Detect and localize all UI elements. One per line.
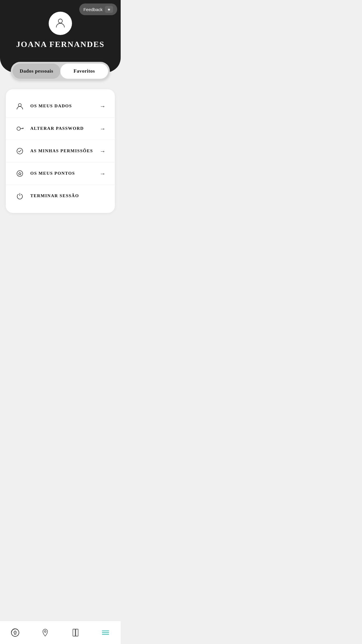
svg-point-1: [18, 104, 21, 106]
svg-marker-8: [18, 172, 21, 175]
menu-label-change-password: ALTERAR PASSWORD: [30, 126, 100, 132]
user-avatar-icon: [55, 17, 66, 30]
menu-label-logout: TERMINAR SESSÃO: [30, 193, 106, 199]
star-circle-icon: [15, 169, 24, 178]
menu-card: OS MEUS DADOS → ALTERAR PASSWORD →: [6, 89, 115, 213]
user-name: JOANA FERNANDES: [16, 40, 104, 49]
check-circle-icon: [15, 146, 24, 156]
menu-item-my-data[interactable]: OS MEUS DADOS →: [6, 95, 115, 118]
arrow-change-password: →: [100, 125, 106, 132]
feedback-button[interactable]: Feedback: [79, 4, 117, 15]
menu-label-my-points: OS MEUS PONTOS: [30, 171, 100, 176]
feedback-icon: [105, 6, 113, 13]
key-icon: [15, 124, 24, 133]
arrow-permissions: →: [100, 148, 106, 155]
feedback-label: Feedback: [83, 7, 103, 12]
power-icon: [15, 191, 24, 201]
tab-switcher-wrapper: Dados pessoais Favoritos: [0, 62, 121, 80]
svg-point-7: [17, 171, 23, 176]
menu-item-change-password[interactable]: ALTERAR PASSWORD →: [6, 118, 115, 140]
tab-favoritos[interactable]: Favoritos: [60, 64, 108, 79]
menu-item-logout[interactable]: TERMINAR SESSÃO: [6, 185, 115, 207]
avatar: [49, 12, 72, 35]
tab-dados-pessoais[interactable]: Dados pessoais: [13, 64, 60, 79]
arrow-my-data: →: [100, 103, 106, 110]
svg-point-0: [58, 19, 62, 23]
menu-item-permissions[interactable]: AS MINHAS PERMISSÕES →: [6, 140, 115, 162]
main-content: OS MEUS DADOS → ALTERAR PASSWORD →: [0, 80, 121, 219]
header-section: Feedback JOANA FERNANDES: [0, 0, 121, 72]
user-icon: [15, 102, 24, 111]
menu-label-permissions: AS MINHAS PERMISSÕES: [30, 148, 100, 154]
menu-label-my-data: OS MEUS DADOS: [30, 103, 100, 109]
svg-point-2: [17, 127, 20, 130]
tab-switcher: Dados pessoais Favoritos: [11, 62, 110, 80]
arrow-my-points: →: [100, 170, 106, 177]
menu-item-my-points[interactable]: OS MEUS PONTOS →: [6, 162, 115, 185]
